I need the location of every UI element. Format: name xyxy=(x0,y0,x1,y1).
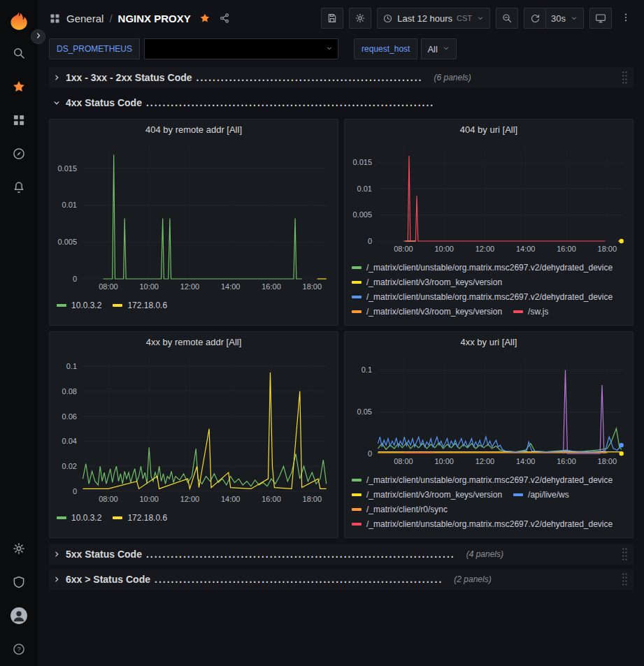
panel-title[interactable]: 4xx by uri [All] xyxy=(345,332,633,353)
dashboard-row-5xx[interactable]: 5xx Status Code ........................… xyxy=(49,544,634,565)
dashboard-apps-icon xyxy=(49,13,61,24)
legend-color-swatch xyxy=(57,516,66,519)
dashboard-row-4xx[interactable]: 4xx Status Code ........................… xyxy=(49,92,634,113)
refresh-button[interactable] xyxy=(524,8,546,29)
legend-item[interactable]: /sw.js xyxy=(513,305,548,319)
favorite-star-button[interactable] xyxy=(199,13,210,24)
sidebar-expand-button[interactable] xyxy=(31,29,45,44)
gear-icon xyxy=(12,542,26,556)
row-drag-handle[interactable] xyxy=(620,68,629,87)
legend-item[interactable]: /_matrix/client/v3/room_keys/version xyxy=(352,488,502,502)
legend-label: /_matrix/client/unstable/org.matrix.msc2… xyxy=(366,475,613,485)
dashboard-settings-button[interactable] xyxy=(349,8,371,29)
sidebar-item-help[interactable]: ? xyxy=(0,632,38,666)
variable-request-host-select[interactable]: All xyxy=(421,38,456,59)
legend-item[interactable]: /_matrix/client/unstable/org.matrix.msc2… xyxy=(352,261,613,275)
sidebar-item-server-admin[interactable] xyxy=(0,565,38,599)
legend-color-swatch xyxy=(352,281,362,284)
refresh-controls: 30s xyxy=(524,8,584,29)
share-button[interactable] xyxy=(219,13,230,24)
chart-legend: 10.0.3.2172.18.0.6 xyxy=(50,293,338,325)
legend-color-swatch xyxy=(113,516,122,519)
dashboard-row-6xx[interactable]: 6xx > Status Code ......................… xyxy=(49,569,634,590)
legend-label: /_matrix/client/v3/room_keys/version xyxy=(366,490,502,500)
legend-label: 172.18.0.6 xyxy=(127,301,167,310)
time-zoom-out-button[interactable] xyxy=(496,8,518,29)
dashboard-row-1xx-3xx-2xx[interactable]: 1xx - 3xx - 2xx Status Code ............… xyxy=(49,67,634,88)
legend-label: /_matrix/client/unstable/org.matrix.msc2… xyxy=(366,292,613,302)
row-title-dots: ........................................… xyxy=(155,574,443,585)
svg-text:0.1: 0.1 xyxy=(66,362,77,370)
legend-color-swatch xyxy=(352,493,362,496)
help-icon: ? xyxy=(12,642,26,656)
chevron-right-icon xyxy=(52,574,62,584)
legend-item[interactable]: /_matrix/client/unstable/org.matrix.msc2… xyxy=(352,290,613,305)
refresh-interval-value: 30s xyxy=(551,13,566,24)
clock-icon xyxy=(382,13,393,24)
chart-legend: 10.0.3.2172.18.0.6 xyxy=(50,505,338,537)
compass-icon xyxy=(12,147,26,161)
variable-request-host-label[interactable]: request_host xyxy=(354,38,417,59)
legend-item[interactable]: /_matrix/client/unstable/org.matrix.msc2… xyxy=(352,517,613,532)
cycle-view-mode-button[interactable] xyxy=(589,8,612,29)
sidebar-item-configuration[interactable] xyxy=(0,532,38,565)
sidebar-item-starred[interactable] xyxy=(0,70,38,103)
legend-item[interactable]: /_matrix/client/unstable/org.matrix.msc2… xyxy=(352,473,613,488)
row-title: 1xx - 3xx - 2xx Status Code xyxy=(66,72,192,83)
row-title-dots: ........................................… xyxy=(196,72,423,83)
legend-item[interactable]: /_matrix/client/v3/room_keys/version xyxy=(352,275,502,290)
svg-text:12:00: 12:00 xyxy=(475,457,495,465)
refresh-interval-dropdown[interactable]: 30s xyxy=(545,8,584,29)
row-drag-handle[interactable] xyxy=(620,545,629,563)
svg-text:14:00: 14:00 xyxy=(221,282,241,291)
row-panel-count: (2 panels) xyxy=(454,574,491,584)
dashboards-grid-icon xyxy=(12,113,26,127)
legend-color-swatch xyxy=(352,266,362,269)
legend-label: /_matrix/client/r0/sync xyxy=(366,505,448,514)
topnav-actions: Last 12 hours CST 30s xyxy=(321,8,634,29)
svg-text:0.015: 0.015 xyxy=(57,164,77,173)
shield-icon xyxy=(12,575,26,589)
breadcrumb: General / NGINX PROXY xyxy=(49,13,230,24)
sidebar-item-profile[interactable] xyxy=(0,599,38,632)
panel-title[interactable]: 404 by remote addr [All] xyxy=(50,120,338,140)
sidebar-item-explore[interactable] xyxy=(0,137,38,171)
variable-request-host-value: All xyxy=(427,44,437,55)
legend-item[interactable]: 10.0.3.2 xyxy=(57,511,101,526)
variable-ds-prometheus-select[interactable] xyxy=(144,38,338,59)
kebab-menu-button[interactable] xyxy=(617,12,634,25)
chevron-down-icon xyxy=(52,98,62,108)
chart-plot-area[interactable]: 08:0010:0012:0014:0016:0018:0000.0050.01… xyxy=(50,140,338,293)
refresh-icon xyxy=(530,13,541,24)
variable-ds-prometheus-label[interactable]: DS_PROMETHEUS xyxy=(49,38,140,59)
chart-plot-area[interactable]: 08:0010:0012:0014:0016:0018:0000.0050.01… xyxy=(345,140,633,255)
sidebar-item-dashboards[interactable] xyxy=(0,103,38,137)
legend-item[interactable]: 172.18.0.6 xyxy=(113,298,167,313)
time-range-picker[interactable]: Last 12 hours CST xyxy=(377,8,490,29)
chart-plot-area[interactable]: 08:0010:0012:0014:0016:0018:0000.050.1 xyxy=(345,353,633,468)
bell-icon xyxy=(12,180,26,194)
svg-text:0: 0 xyxy=(368,237,372,245)
breadcrumb-section[interactable]: General xyxy=(66,13,103,24)
row-drag-handle[interactable] xyxy=(620,570,629,588)
panel-title[interactable]: 404 by uri [All] xyxy=(345,120,633,140)
svg-text:0.1: 0.1 xyxy=(362,365,372,374)
legend-item[interactable]: /api/live/ws xyxy=(513,488,569,502)
legend-item[interactable]: 172.18.0.6 xyxy=(113,511,167,526)
legend-item[interactable]: /_matrix/client/r0/sync xyxy=(352,502,448,517)
svg-text:14:00: 14:00 xyxy=(221,495,241,503)
svg-text:0.08: 0.08 xyxy=(62,387,77,396)
save-dashboard-button[interactable] xyxy=(321,8,343,29)
legend-color-swatch xyxy=(113,304,122,307)
svg-text:18:00: 18:00 xyxy=(598,245,617,253)
svg-text:12:00: 12:00 xyxy=(180,495,200,503)
legend-item[interactable]: 10.0.3.2 xyxy=(57,298,101,313)
legend-label: 10.0.3.2 xyxy=(71,301,101,310)
svg-text:10:00: 10:00 xyxy=(139,495,159,503)
legend-item[interactable]: /_matrix/client/v3/room_keys/version xyxy=(352,305,502,319)
sidebar-item-alerting[interactable] xyxy=(0,171,38,204)
svg-text:0.01: 0.01 xyxy=(62,201,77,209)
breadcrumb-dashboard-title[interactable]: NGINX PROXY xyxy=(118,13,191,24)
panel-title[interactable]: 4xx by remote addr [All] xyxy=(50,332,338,353)
chart-plot-area[interactable]: 08:0010:0012:0014:0016:0018:0000.020.040… xyxy=(50,353,338,505)
